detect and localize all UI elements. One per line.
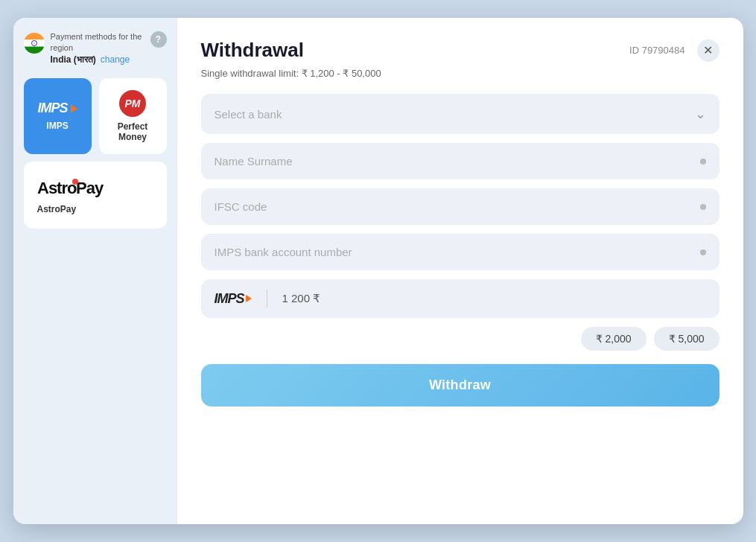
region-info: Payment methods for the region India (भा…	[51, 31, 144, 65]
page-title: Withdrawal	[201, 39, 304, 62]
svg-text:Astro: Astro	[37, 179, 77, 197]
quick-amount-2000[interactable]: ₹ 2,000	[581, 327, 647, 351]
svg-rect-0	[24, 33, 45, 39]
ifsc-placeholder: IFSC code	[215, 200, 267, 213]
region-header: Payment methods for the region India (भा…	[24, 31, 167, 65]
panel-header: Withdrawal ID 79790484 ✕	[201, 39, 720, 62]
imps-amount-logo-icon: IMPS	[215, 291, 252, 307]
svg-point-4	[34, 42, 34, 43]
left-panel: Payment methods for the region India (भा…	[13, 18, 177, 524]
quick-amount-5000[interactable]: ₹ 5,000	[654, 327, 720, 351]
perfect-money-label: Perfect Money	[108, 121, 158, 142]
withdraw-button[interactable]: Withdraw	[201, 364, 720, 406]
svg-point-7	[72, 179, 78, 185]
imps-label: IMPS	[46, 121, 68, 131]
amount-field[interactable]: IMPS 1 200 ₹	[201, 279, 720, 318]
withdrawal-id: ID 79790484	[629, 45, 684, 56]
close-icon: ✕	[703, 43, 713, 57]
astropay-logo-icon: Astro Pay	[37, 176, 104, 200]
field-dot-icon	[700, 204, 706, 210]
region-label: Payment methods for the region	[51, 31, 144, 54]
right-panel: Withdrawal ID 79790484 ✕ Single withdraw…	[177, 18, 743, 524]
name-surname-placeholder: Name Surname	[215, 155, 293, 168]
astropay-label: AstroPay	[37, 204, 77, 214]
region-name: India (भारत)	[51, 54, 96, 65]
limit-text: Single withdrawal limit: ₹ 1,200 - ₹ 50,…	[201, 68, 720, 79]
bank-select-placeholder: Select a bank	[215, 108, 282, 121]
imps-logo-icon: IMPS	[37, 101, 77, 116]
method-card-imps[interactable]: IMPS IMPS	[24, 78, 92, 154]
india-flag-icon	[24, 33, 45, 54]
payment-methods-grid: IMPS IMPS PM Perfect Money Astro Pay	[24, 78, 167, 229]
account-number-placeholder: IMPS bank account number	[215, 246, 352, 258]
close-button[interactable]: ✕	[697, 39, 720, 62]
bank-select-field[interactable]: Select a bank ⌄	[201, 94, 720, 134]
help-icon[interactable]: ?	[150, 31, 167, 48]
field-dot-icon	[700, 159, 706, 165]
field-dot-icon	[700, 249, 706, 255]
method-card-astropay[interactable]: Astro Pay AstroPay	[24, 162, 167, 229]
account-number-field[interactable]: IMPS bank account number	[201, 234, 720, 270]
quick-amounts: ₹ 2,000 ₹ 5,000	[201, 327, 720, 351]
ifsc-field[interactable]: IFSC code	[201, 188, 720, 225]
amount-value: 1 200 ₹	[282, 292, 321, 305]
name-surname-field[interactable]: Name Surname	[201, 143, 720, 179]
modal: Payment methods for the region India (भा…	[13, 18, 743, 524]
perfect-money-logo-icon: PM	[119, 90, 146, 117]
method-card-perfect-money[interactable]: PM Perfect Money	[99, 78, 167, 154]
svg-rect-2	[24, 47, 45, 54]
chevron-down-icon: ⌄	[695, 106, 706, 122]
region-change-link[interactable]: change	[101, 54, 130, 65]
header-actions: ID 79790484 ✕	[629, 39, 719, 62]
svg-text:Pay: Pay	[76, 179, 104, 197]
imps-arrow-icon	[246, 295, 252, 302]
divider	[267, 290, 267, 307]
